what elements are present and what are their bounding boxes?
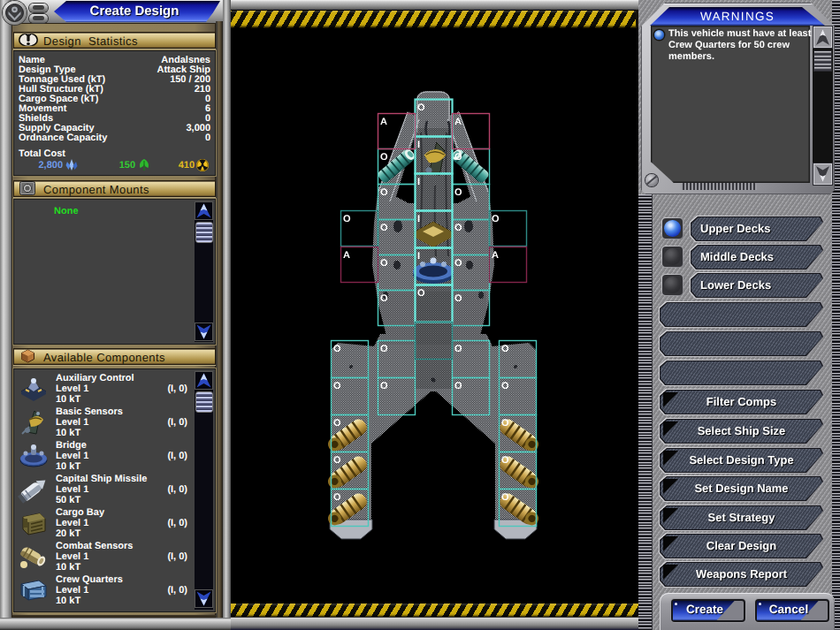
svg-text:I: I <box>417 140 420 150</box>
svg-text:O: O <box>454 187 462 198</box>
svg-text:O: O <box>333 381 341 391</box>
svg-text:I: I <box>417 214 420 224</box>
svg-text:O: O <box>333 418 341 429</box>
svg-text:O: O <box>501 418 509 429</box>
svg-text:O: O <box>501 344 509 354</box>
svg-text:O: O <box>501 455 509 466</box>
svg-text:O: O <box>380 223 388 233</box>
svg-text:O: O <box>380 344 388 354</box>
svg-text:A: A <box>380 117 387 127</box>
svg-text:A: A <box>492 250 499 261</box>
svg-text:O: O <box>380 152 388 163</box>
svg-text:O: O <box>380 381 388 391</box>
svg-text:O: O <box>454 223 462 233</box>
svg-text:A: A <box>343 250 350 261</box>
svg-text:O: O <box>454 293 462 304</box>
svg-text:I: I <box>417 177 420 187</box>
svg-text:O: O <box>501 492 509 503</box>
svg-text:O: O <box>333 492 341 503</box>
svg-text:O: O <box>380 187 388 198</box>
svg-text:O: O <box>343 214 351 224</box>
svg-text:O: O <box>380 258 388 269</box>
svg-text:O: O <box>454 258 462 269</box>
svg-text:O: O <box>333 344 341 354</box>
svg-text:A: A <box>454 117 462 127</box>
svg-text:O: O <box>380 293 388 304</box>
svg-text:O: O <box>417 102 425 113</box>
svg-text:I: I <box>417 251 420 262</box>
svg-text:O: O <box>454 381 462 391</box>
svg-text:O: O <box>454 344 462 354</box>
svg-text:O: O <box>333 455 341 466</box>
svg-text:O: O <box>501 381 509 391</box>
svg-text:O: O <box>417 288 425 299</box>
svg-text:O: O <box>454 152 462 163</box>
svg-text:O: O <box>492 214 500 224</box>
